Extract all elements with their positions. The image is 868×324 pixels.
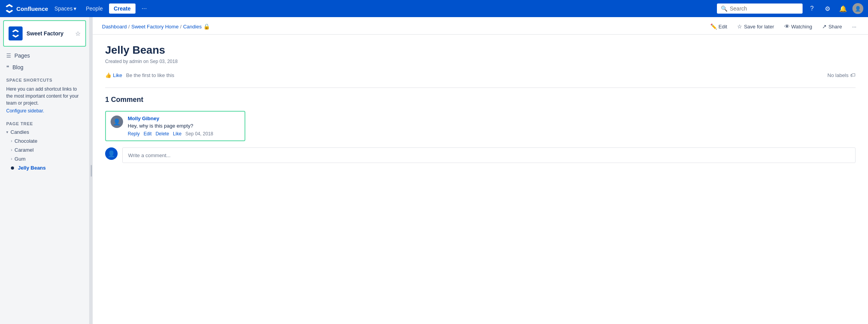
current-user-avatar: 👤: [105, 147, 118, 160]
space-name: Sweet Factory: [26, 30, 71, 37]
people-menu[interactable]: People: [83, 4, 106, 13]
confluence-logo-icon: [5, 4, 14, 13]
labels-area: No labels 🏷: [828, 72, 856, 78]
like-comment-button[interactable]: Like: [173, 131, 181, 137]
comment-author[interactable]: Molly Gibney: [128, 116, 240, 121]
comment-avatar: 👤: [111, 116, 123, 128]
blog-icon: ❝: [6, 64, 9, 70]
breadcrumb: Dashboard / Sweet Factory Home / Candies…: [102, 23, 210, 30]
comment-item: 👤 Molly Gibney Hey, why is this page emp…: [105, 111, 245, 141]
search-icon: 🔍: [721, 5, 727, 12]
main-content: Dashboard / Sweet Factory Home / Candies…: [93, 17, 868, 324]
share-button[interactable]: ↗ Share: [820, 22, 844, 31]
divider: [105, 88, 856, 88]
pages-icon: ☰: [6, 53, 11, 59]
configure-sidebar-link[interactable]: Configure sidebar.: [0, 108, 89, 117]
sidebar-item-blog[interactable]: ❝ Blog: [0, 61, 89, 73]
like-button[interactable]: 👍 Like: [105, 72, 122, 78]
shortcuts-section-title: SPACE SHORTCUTS: [0, 73, 89, 84]
breadcrumb-dashboard[interactable]: Dashboard: [102, 24, 127, 30]
comment-actions: Reply Edit Delete Like Sep 04, 2018: [128, 131, 240, 137]
edit-button[interactable]: ✏️ Edit: [708, 22, 729, 31]
thumbs-up-icon: 👍: [105, 72, 111, 78]
edit-comment-button[interactable]: Edit: [144, 131, 152, 137]
reply-button[interactable]: Reply: [128, 131, 140, 137]
spaces-menu[interactable]: Spaces ▾: [51, 4, 80, 13]
comments-heading: 1 Comment: [105, 96, 856, 104]
chevron-right-icon: ›: [11, 148, 12, 152]
search-input[interactable]: [730, 5, 796, 12]
chevron-right-icon: ›: [11, 139, 12, 143]
tree-item-chocolate[interactable]: › Chocolate: [0, 137, 89, 145]
breadcrumb-candies[interactable]: Candies: [183, 24, 202, 30]
resizer-handle: [91, 165, 92, 177]
more-menu[interactable]: ···: [139, 4, 150, 14]
eye-icon: 👁: [784, 23, 790, 30]
bullet-icon: [11, 166, 14, 170]
sidebar-resizer[interactable]: [90, 17, 93, 324]
comment-input[interactable]: Write a comment...: [122, 147, 856, 163]
comment-text: Hey, why is this page empty?: [128, 123, 240, 129]
like-bar: 👍 Like Be the first to like this No labe…: [105, 72, 856, 78]
space-icon: [9, 26, 23, 40]
create-button[interactable]: Create: [109, 4, 136, 14]
settings-icon[interactable]: ⚙: [821, 2, 834, 15]
page-actions: ✏️ Edit ☆ Save for later 👁 Watching ↗ Sh…: [708, 22, 859, 31]
star-icon[interactable]: ☆: [75, 30, 81, 37]
breadcrumb-sweet-factory-home[interactable]: Sweet Factory Home: [131, 24, 178, 30]
write-comment: 👤 Write a comment...: [105, 147, 856, 163]
star-outline-icon: ☆: [737, 23, 742, 30]
edit-icon: ✏️: [710, 23, 717, 30]
comment-body: Molly Gibney Hey, why is this page empty…: [128, 116, 240, 137]
shortcuts-description: Here you can add shortcut links to the m…: [0, 84, 89, 108]
save-for-later-button[interactable]: ☆ Save for later: [735, 22, 776, 31]
chevron-right-icon: ›: [11, 157, 12, 161]
chevron-down-icon: ▾: [6, 130, 8, 134]
sidebar: Sweet Factory ☆ ☰ Pages ❝ Blog SPACE SHO…: [0, 17, 90, 324]
confluence-logo[interactable]: Confluence: [5, 4, 48, 13]
page-title: Jelly Beans: [105, 44, 856, 56]
notifications-icon[interactable]: 🔔: [837, 2, 849, 15]
top-navigation: Confluence Spaces ▾ People Create ··· 🔍 …: [0, 0, 868, 17]
search-box[interactable]: 🔍: [717, 4, 803, 14]
content-top-bar: Dashboard / Sweet Factory Home / Candies…: [93, 17, 868, 35]
sidebar-item-pages[interactable]: ☰ Pages: [0, 50, 89, 61]
tree-item-jelly-beans[interactable]: Jelly Beans: [0, 163, 89, 172]
page-tree-title: PAGE TREE: [0, 117, 89, 128]
page-content: Jelly Beans Created by admin on Sep 03, …: [93, 35, 868, 172]
space-logo-icon: [11, 29, 20, 38]
comment-date: Sep 04, 2018: [185, 131, 213, 137]
label-icon: 🏷: [850, 72, 856, 78]
main-layout: Sweet Factory ☆ ☰ Pages ❝ Blog SPACE SHO…: [0, 17, 868, 324]
comments-section: 1 Comment 👤 Molly Gibney Hey, why is thi…: [105, 96, 856, 163]
watching-button[interactable]: 👁 Watching: [782, 22, 815, 31]
tree-item-caramel[interactable]: › Caramel: [0, 145, 89, 154]
delete-comment-button[interactable]: Delete: [155, 131, 169, 137]
more-actions-button[interactable]: ···: [850, 22, 859, 31]
tree-item-candies[interactable]: ▾ Candies: [0, 128, 89, 137]
share-icon: ↗: [822, 23, 827, 30]
like-description: Be the first to like this: [126, 72, 174, 78]
space-header[interactable]: Sweet Factory ☆: [3, 20, 86, 47]
help-icon[interactable]: ?: [806, 2, 818, 15]
user-avatar[interactable]: 👤: [852, 3, 863, 14]
page-meta: Created by admin on Sep 03, 2018: [105, 59, 856, 64]
page-restrict-icon: 🔒: [203, 23, 210, 30]
tree-item-gum[interactable]: › Gum: [0, 154, 89, 163]
